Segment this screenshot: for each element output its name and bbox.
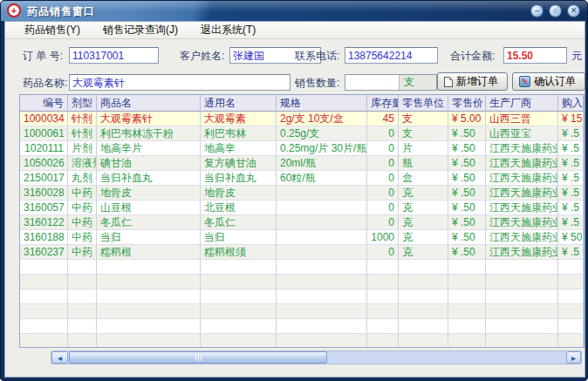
app-window: + 药品销售窗口 – ○ ✕ 药品销售(Y) 销售记录查询(J) 退出系统(T)…: [0, 0, 588, 381]
menu-item-exit-system[interactable]: 退出系统(T): [201, 23, 256, 37]
cell: [558, 275, 584, 289]
scrollbar-grip: [201, 355, 202, 361]
cell: [20, 334, 68, 348]
table-row[interactable]: 3160057中药山豆根北豆根0克¥ .50江西天施康药业¥ .5: [20, 201, 584, 215]
table-row[interactable]: 3160122中药冬瓜仁冬瓜仁0克¥ .50江西天施康药业¥ .5: [20, 215, 584, 230]
cell: [277, 245, 367, 260]
cell: [97, 289, 201, 304]
cell: [277, 275, 367, 289]
column-header[interactable]: 通用名: [201, 95, 277, 112]
drug-name-input[interactable]: 大观霉素针: [69, 74, 291, 91]
column-header[interactable]: 剂型: [68, 95, 97, 112]
order-no-input[interactable]: 110317001: [69, 47, 159, 64]
app-logo-icon: +: [7, 3, 21, 17]
cell: 2150017: [20, 171, 68, 186]
table-row[interactable]: [20, 275, 584, 289]
cell: 江西天施康药业: [486, 230, 558, 245]
cell: [68, 304, 97, 319]
horizontal-scrollbar[interactable]: ◂ ▸: [51, 350, 582, 364]
table-row[interactable]: [20, 304, 584, 319]
table-row[interactable]: [20, 334, 584, 348]
table-row[interactable]: 1000061针剂利巴韦林冻干粉利巴韦林0.25g/支0支¥ .50山西亚宝¥ …: [20, 126, 584, 141]
column-header[interactable]: 购入价: [558, 95, 584, 112]
cell: [399, 304, 448, 319]
menu-item-drug-sales[interactable]: 药品销售(Y): [24, 23, 80, 37]
confirm-order-button-label: 确认订单: [534, 74, 576, 89]
cell: 0: [367, 156, 399, 171]
cell: ¥ .50: [448, 201, 486, 215]
cell: ¥ .5: [558, 171, 584, 186]
cell: [277, 319, 367, 334]
cell: 江西天施康药业: [486, 141, 558, 156]
cell: ¥ .50: [448, 230, 486, 245]
cell: 支: [399, 126, 448, 141]
phone-input[interactable]: 13875642214: [345, 47, 438, 64]
maximize-button[interactable]: ○: [549, 4, 562, 17]
drug-table: 编号剂型商品名通用名规格库存量零售单位零售价生产厂商购入价 1000034针剂大…: [19, 94, 585, 348]
scrollbar-thumb[interactable]: [69, 351, 327, 364]
cell: 支: [399, 112, 448, 126]
cell: 盒: [399, 171, 448, 186]
cell: [201, 260, 277, 275]
cell: 1000034: [20, 112, 68, 126]
cell: 碘甘油: [97, 156, 201, 171]
column-header[interactable]: 零售单位: [399, 95, 448, 112]
cell: 当归: [97, 230, 201, 245]
table-row[interactable]: 1050026溶液剂碘甘油复方碘甘油20ml/瓶0瓶¥ .50江西天施康药业¥ …: [20, 156, 584, 171]
table-row[interactable]: 3160028中药地骨皮地骨皮0克¥ .50江西天施康药业¥ .5: [20, 186, 584, 201]
cell: [558, 319, 584, 334]
cell: 克: [399, 230, 448, 245]
cell: [367, 304, 399, 319]
column-header[interactable]: 生产厂商: [486, 95, 558, 112]
quantity-input[interactable]: [345, 75, 400, 90]
cell: [20, 319, 68, 334]
cell: ¥ .5: [558, 141, 584, 156]
cell: [277, 260, 367, 275]
confirm-order-button[interactable]: ✎ 确认订单: [512, 72, 585, 91]
cell: 片剂: [68, 141, 97, 156]
cell: [367, 319, 399, 334]
cell: 山西三晋: [486, 112, 558, 126]
cell: 复方碘甘油: [201, 156, 277, 171]
client-area: 药品销售(Y) 销售记录查询(J) 退出系统(T) 订 单 号: 1103170…: [4, 21, 585, 378]
cell: [486, 275, 558, 289]
table-row[interactable]: [20, 289, 584, 304]
cell: 0: [367, 126, 399, 141]
cell: [448, 319, 486, 334]
column-header[interactable]: 商品名: [97, 95, 201, 112]
new-order-button[interactable]: 新增订单: [437, 72, 508, 91]
column-header[interactable]: 零售价: [448, 95, 486, 112]
minimize-button[interactable]: –: [530, 4, 544, 17]
column-header[interactable]: 编号: [20, 95, 68, 112]
close-button[interactable]: ✕: [567, 4, 580, 17]
cell: 中药: [68, 215, 97, 230]
cell: ¥ .50: [448, 171, 486, 186]
cell: 当归补血丸: [201, 171, 277, 186]
scroll-right-icon[interactable]: ▸: [566, 351, 581, 364]
menu-item-sales-record-query[interactable]: 销售记录查询(J): [103, 23, 178, 37]
cell: ¥ 5.00: [448, 112, 486, 126]
table-row[interactable]: 1000034针剂大观霉素针大观霉素2g/支 10支/盒45支¥ 5.00山西三…: [20, 112, 584, 126]
cell: [399, 289, 448, 304]
cell: 0: [367, 186, 399, 201]
cell: [367, 289, 399, 304]
table-row[interactable]: 2150017丸剂当归补血丸当归补血丸60粒/瓶0盒¥ .50江西天施康药业¥ …: [20, 171, 584, 186]
new-document-icon: [444, 77, 453, 87]
table-row[interactable]: 3160237中药糯稻根糯稻根须0克¥ .50江西天施康药业¥ .5: [20, 245, 584, 260]
table-row[interactable]: [20, 319, 584, 334]
cell: [201, 334, 277, 348]
table-row[interactable]: 3160188中药当归当归1000克¥ .50江西天施康药业¥ 50: [20, 230, 584, 245]
column-header[interactable]: 规格: [277, 95, 367, 112]
cell: 针剂: [68, 126, 97, 141]
title-bar[interactable]: + 药品销售窗口 – ○ ✕: [1, 1, 587, 21]
scroll-left-icon[interactable]: ◂: [51, 351, 68, 364]
cell: ¥ 50: [558, 230, 584, 245]
table-row[interactable]: [20, 260, 584, 275]
cell: 1050026: [20, 156, 68, 171]
cell: 0: [367, 245, 399, 260]
table-row[interactable]: 1020111片剂地高辛片地高辛0.25mg/片 30片/瓶0片¥ .50江西天…: [20, 141, 584, 156]
cell: 0: [367, 201, 399, 215]
column-header[interactable]: 库存量: [367, 95, 399, 112]
order-no-label: 订 单 号:: [23, 49, 63, 64]
cell: 地骨皮: [201, 186, 277, 201]
